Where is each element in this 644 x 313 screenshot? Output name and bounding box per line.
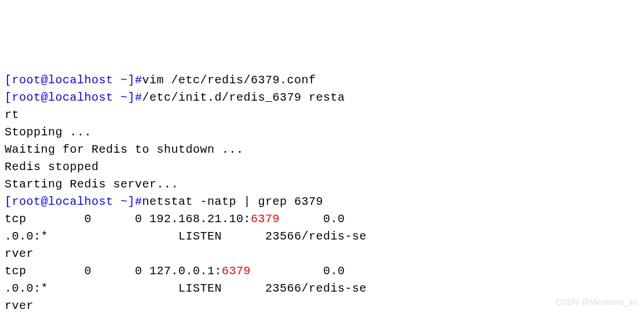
netstat-row: rver: [5, 299, 34, 312]
netstat-row: 0.0: [280, 212, 345, 226]
output-line: rt: [5, 108, 19, 121]
netstat-row: .0.0:* LISTEN 23566/redis-se: [5, 230, 367, 243]
output-line: Redis stopped: [5, 160, 99, 174]
netstat-row: .0.0:* LISTEN 23566/redis-se: [5, 282, 367, 295]
netstat-row: tcp 0 0 192.168.21.10:: [5, 212, 251, 226]
shell-prompt: [root@localhost ~]#: [5, 91, 142, 104]
netstat-row: tcp 0 0 127.0.0.1:: [5, 264, 222, 278]
output-line: Starting Redis server...: [5, 178, 178, 191]
netstat-row: 0.0: [251, 264, 345, 278]
output-line: Waiting for Redis to shutdown ...: [5, 143, 244, 156]
terminal-output[interactable]: [root@localhost ~]#vim /etc/redis/6379.c…: [5, 72, 639, 313]
command-text: /etc/init.d/redis_6379 resta: [142, 91, 345, 104]
port-highlight: 6379: [222, 264, 251, 278]
watermark-text: CSDN @Miraitowa_xu: [556, 296, 637, 308]
port-highlight: 6379: [251, 212, 280, 226]
command-text: netstat -natp | grep 6379: [142, 195, 324, 208]
command-text: vim /etc/redis/6379.conf: [142, 73, 316, 87]
shell-prompt: [root@localhost ~]#: [5, 195, 142, 208]
netstat-row: rver: [5, 247, 34, 260]
output-line: Stopping ...: [5, 126, 92, 139]
shell-prompt: [root@localhost ~]#: [5, 73, 142, 87]
